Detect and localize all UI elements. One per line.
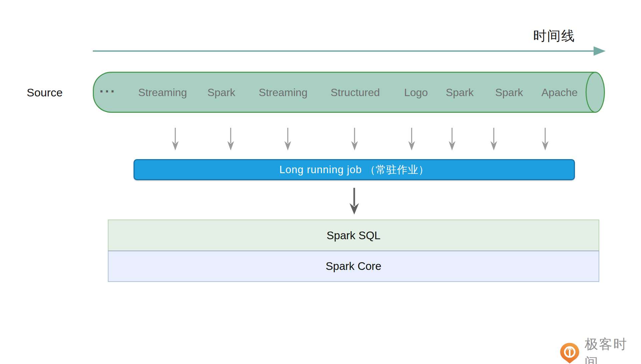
down-arrow-icon xyxy=(407,127,416,151)
down-arrow-icon xyxy=(350,127,359,151)
long-running-job-label: Long running job （常驻作业） xyxy=(279,163,429,177)
source-item: Spark xyxy=(207,86,235,98)
geektime-watermark: 极客时间 xyxy=(559,335,641,364)
down-arrow-icon xyxy=(171,127,180,151)
diagram-canvas: 时间线 Source ... Streaming Spark Streaming… xyxy=(0,0,641,364)
down-arrow-icon xyxy=(541,127,550,151)
timeline-arrow-icon xyxy=(93,46,606,56)
spark-sql-layer: Spark SQL xyxy=(108,220,599,251)
down-arrow-icon xyxy=(448,127,456,151)
timeline-label: 时间线 xyxy=(533,27,575,45)
down-arrow-icon xyxy=(283,127,292,151)
geektime-logo-text: 极客时间 xyxy=(585,335,641,364)
source-item-ellipsis: ... xyxy=(99,80,116,96)
source-item: Spark xyxy=(446,86,474,98)
source-item: Structured xyxy=(331,86,380,98)
source-item: Apache xyxy=(542,86,578,98)
spark-core-layer: Spark Core xyxy=(108,251,599,282)
main-down-arrow-icon xyxy=(348,187,360,215)
source-item: Streaming xyxy=(138,86,187,98)
down-arrow-icon xyxy=(226,127,235,151)
geektime-logo-icon xyxy=(559,342,581,364)
spark-core-label: Spark Core xyxy=(326,260,382,273)
source-item: Spark xyxy=(495,86,523,98)
source-item: Streaming xyxy=(259,86,307,98)
down-arrow-icon xyxy=(489,127,498,151)
source-label: Source xyxy=(27,86,63,99)
source-item: Logo xyxy=(404,86,428,98)
long-running-job-box: Long running job （常驻作业） xyxy=(134,159,575,180)
source-items: ... Streaming Spark Streaming Structured… xyxy=(93,72,596,113)
spark-sql-label: Spark SQL xyxy=(327,229,380,242)
